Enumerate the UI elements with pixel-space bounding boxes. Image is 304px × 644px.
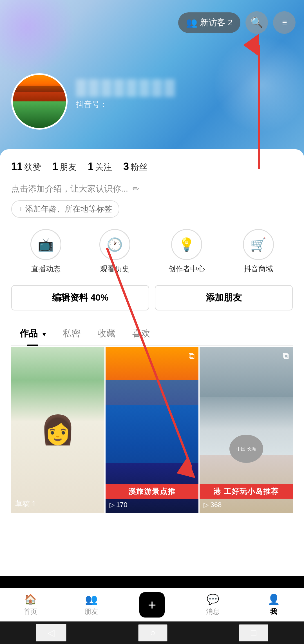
likes-number: 11 xyxy=(11,161,23,172)
nav-home-label: 首页 xyxy=(24,607,37,616)
edit-icon: ✏ xyxy=(133,184,139,194)
feature-creator[interactable]: 💡 创作者中心 xyxy=(168,229,205,274)
multi-icon-3: ⧉ xyxy=(283,351,289,361)
history-icon: 🕐 xyxy=(107,237,123,252)
live-icon: 📺 xyxy=(38,237,54,252)
likes-label: 获赞 xyxy=(24,161,41,173)
nav-me-label: 我 xyxy=(270,607,277,616)
creator-icon: 💡 xyxy=(178,237,195,252)
stats-row: 11 获赞 1 朋友 1 关注 3 粉丝 xyxy=(11,161,293,173)
following-number: 1 xyxy=(88,161,93,172)
followers-label: 粉丝 xyxy=(131,161,147,173)
stat-likes[interactable]: 11 获赞 xyxy=(11,161,41,173)
tab-private-label: 私密 xyxy=(62,328,81,338)
visitor-icon: 👥 xyxy=(186,17,197,28)
red-banner-2: 溪旅游景点推 xyxy=(106,484,199,499)
tab-works-arrow: ▾ xyxy=(43,331,46,338)
plus-icon: + xyxy=(148,597,156,613)
douyin-id: 抖音号： xyxy=(76,99,177,110)
stat-followers[interactable]: 3 粉丝 xyxy=(123,161,147,173)
video-grid: 👩 草稿 1 ⧉ 溪旅游景点推 ▷ 170 xyxy=(11,346,293,514)
content-area: 11 获赞 1 朋友 1 关注 3 粉丝 点击添加介绍，让大家认识你... ✏ … xyxy=(0,149,304,576)
history-icon-circle: 🕐 xyxy=(99,229,130,260)
nav-messages-label: 消息 xyxy=(206,607,220,616)
tab-private[interactable]: 私密 xyxy=(54,322,89,345)
tabs-row: 作品 ▾ 私密 收藏 喜欢 xyxy=(11,322,293,346)
history-label: 观看历史 xyxy=(100,264,129,274)
username-blur: ████████ xyxy=(76,79,177,96)
play-count-2: ▷ 170 xyxy=(109,501,128,509)
profile-header: 👥 新访客 2 🔍 ≡ ████████ xyxy=(0,0,304,158)
tab-collections[interactable]: 收藏 xyxy=(89,322,124,345)
profile-info: ████████ 抖音号： xyxy=(0,73,304,130)
creator-icon-circle: 💡 xyxy=(171,229,202,260)
tab-collections-label: 收藏 xyxy=(97,328,115,338)
stat-friends[interactable]: 1 朋友 xyxy=(52,161,77,173)
video-thumb-1[interactable]: 👩 草稿 1 xyxy=(11,347,104,513)
top-actions: 👥 新访客 2 🔍 ≡ xyxy=(178,11,296,34)
feature-shop[interactable]: 🛒 抖音商域 xyxy=(243,229,274,274)
creator-label: 创作者中心 xyxy=(168,264,205,274)
avatar[interactable] xyxy=(11,73,68,130)
stat-following[interactable]: 1 关注 xyxy=(88,161,112,173)
username-area: ████████ 抖音号： xyxy=(76,73,177,110)
home-button[interactable]: ○ xyxy=(138,624,167,641)
multi-icon-2: ⧉ xyxy=(189,351,195,361)
red-banner-3: 港 工好玩小岛推荐 xyxy=(200,484,293,499)
tab-likes-label: 喜欢 xyxy=(132,328,150,338)
friends-label: 朋友 xyxy=(60,161,77,173)
live-label: 直播动态 xyxy=(31,264,61,274)
draft-badge: 草稿 1 xyxy=(15,499,36,509)
nav-friends-label: 朋友 xyxy=(84,607,98,616)
shop-icon-circle: 🛒 xyxy=(243,229,274,260)
add-tags-button[interactable]: + 添加年龄、所在地等标签 xyxy=(11,200,119,218)
play-count-3: ▷ 368 xyxy=(204,501,222,509)
followers-number: 3 xyxy=(123,161,129,172)
tab-works-label: 作品 xyxy=(20,328,38,338)
shop-label: 抖音商域 xyxy=(244,264,273,274)
system-nav: ◁ ○ □ xyxy=(0,621,304,644)
shop-icon: 🛒 xyxy=(250,237,266,252)
bio-placeholder: 点击添加介绍，让大家认识你... xyxy=(11,183,128,195)
tab-works[interactable]: 作品 ▾ xyxy=(11,322,54,345)
edit-profile-button[interactable]: 编辑资料 40% xyxy=(11,285,149,310)
video-thumb-3[interactable]: 中国·长滩 ⧉ 港 工好玩小岛推荐 ▷ 368 xyxy=(200,347,293,513)
following-label: 关注 xyxy=(95,161,112,173)
tags-row: + 添加年龄、所在地等标签 xyxy=(11,200,293,218)
video-thumb-2[interactable]: ⧉ 溪旅游景点推 ▷ 170 xyxy=(106,347,199,513)
friends-number: 1 xyxy=(52,161,58,172)
search-button[interactable]: 🔍 xyxy=(245,11,268,34)
back-button[interactable]: ◁ xyxy=(36,624,66,641)
menu-button[interactable]: ≡ xyxy=(273,11,296,34)
plus-button[interactable]: + xyxy=(139,592,165,618)
visitor-label: 新访客 2 xyxy=(200,17,233,28)
nav-plus[interactable]: + xyxy=(135,592,169,618)
bio-row[interactable]: 点击添加介绍，让大家认识你... ✏ xyxy=(11,183,293,195)
feature-live[interactable]: 📺 直播动态 xyxy=(30,229,61,274)
search-icon: 🔍 xyxy=(251,17,263,28)
features-row: 📺 直播动态 🕐 观看历史 💡 创作者中心 🛒 抖音商域 xyxy=(11,229,293,274)
live-icon-circle: 📺 xyxy=(30,229,61,260)
visitor-button[interactable]: 👥 新访客 2 xyxy=(178,12,240,33)
menu-icon: ≡ xyxy=(282,18,287,27)
nav-home[interactable]: 🏠 首页 xyxy=(14,594,47,616)
recent-button[interactable]: □ xyxy=(239,624,268,641)
bottom-nav: 🏠 首页 👥 朋友 + 💬 消息 👤 我 xyxy=(0,588,304,621)
nav-messages[interactable]: 💬 消息 xyxy=(196,594,230,616)
action-buttons: 编辑资料 40% 添加朋友 xyxy=(11,285,293,310)
nav-friends[interactable]: 👥 朋友 xyxy=(74,594,108,616)
nav-me[interactable]: 👤 我 xyxy=(257,594,290,616)
add-friend-button[interactable]: 添加朋友 xyxy=(155,285,293,310)
tab-likes[interactable]: 喜欢 xyxy=(124,322,159,345)
feature-history[interactable]: 🕐 观看历史 xyxy=(99,229,130,274)
